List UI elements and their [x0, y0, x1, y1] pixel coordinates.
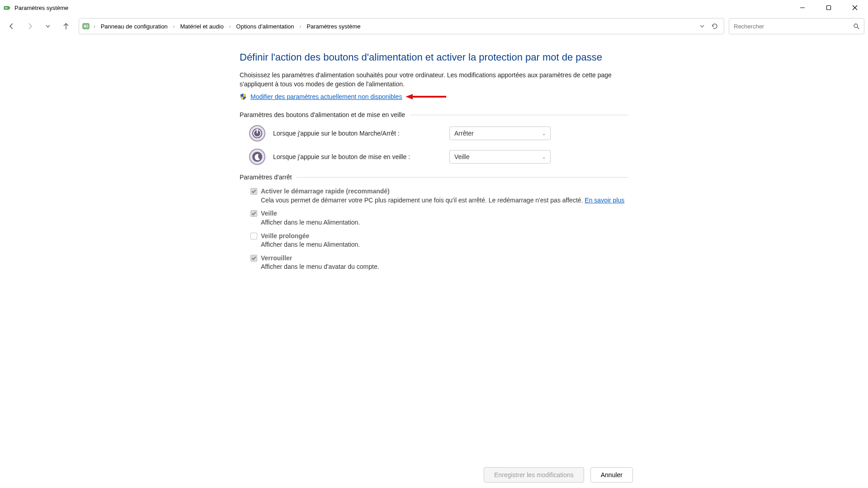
close-button[interactable] — [842, 0, 868, 15]
lock-checkbox — [250, 255, 257, 262]
fast-startup-title: Activer le démarrage rapide (recommandé) — [261, 187, 628, 196]
svg-line-13 — [857, 27, 859, 29]
search-icon[interactable] — [853, 23, 859, 29]
lock-title: Verrouiller — [261, 254, 628, 263]
fast-startup-option: Activer le démarrage rapide (recommandé)… — [250, 187, 628, 205]
breadcrumb-seg-3[interactable]: Paramètres système — [305, 22, 362, 31]
content-area: Définir l'action des boutons d'alimentat… — [0, 37, 868, 488]
svg-point-9 — [84, 25, 86, 27]
change-unavailable-settings-link[interactable]: Modifier des paramètres actuellement non… — [250, 93, 402, 100]
sleep-button-row: Lorsque j'appuie sur le bouton de mise e… — [249, 148, 628, 165]
toolbar: › Panneau de configuration › Matériel et… — [0, 15, 868, 37]
control-panel-icon — [82, 22, 90, 30]
chevron-right-icon[interactable]: › — [171, 23, 177, 29]
up-button[interactable] — [58, 18, 74, 34]
chevron-down-icon: ⌄ — [542, 155, 546, 160]
fast-startup-description: Cela vous permet de démarrer votre PC pl… — [261, 196, 628, 205]
cancel-button[interactable]: Annuler — [590, 467, 633, 483]
svg-marker-15 — [406, 94, 413, 99]
refresh-button[interactable] — [708, 23, 721, 30]
select-value: Veille — [454, 153, 469, 160]
address-bar[interactable]: › Panneau de configuration › Matériel et… — [79, 18, 724, 34]
page-heading: Définir l'action des boutons d'alimentat… — [240, 51, 628, 64]
section-shutdown-settings: Paramètres d'arrêt — [240, 174, 628, 181]
sleep-checkbox — [250, 210, 257, 217]
power-button-label: Lorsque j'appuie sur le bouton Marche/Ar… — [273, 130, 449, 137]
section-label: Paramètres d'arrêt — [240, 174, 297, 181]
uac-shield-icon — [240, 93, 247, 100]
chevron-right-icon[interactable]: › — [92, 23, 97, 29]
section-power-sleep-buttons: Paramètres des boutons d'alimentation et… — [240, 111, 628, 118]
svg-rect-2 — [5, 7, 7, 9]
svg-rect-1 — [9, 7, 10, 9]
power-button-icon — [249, 125, 266, 142]
chevron-right-icon[interactable]: › — [227, 23, 233, 29]
page-description: Choisissez les paramètres d'alimentation… — [240, 70, 628, 89]
forward-button[interactable] — [22, 18, 38, 34]
learn-more-link[interactable]: En savoir plus — [585, 197, 624, 204]
lock-description: Afficher dans le menu d'avatar du compte… — [261, 263, 628, 272]
hibernate-description: Afficher dans le menu Alimentation. — [261, 240, 628, 249]
search-input[interactable] — [734, 23, 853, 30]
chevron-down-icon: ⌄ — [542, 131, 546, 136]
svg-rect-11 — [86, 27, 88, 27]
battery-icon — [4, 4, 11, 11]
power-button-action-select[interactable]: Arrêter ⌄ — [449, 127, 551, 140]
annotation-arrow — [406, 94, 446, 100]
hibernate-title: Veille prolongée — [261, 232, 628, 241]
svg-rect-10 — [86, 25, 88, 26]
recent-dropdown[interactable] — [40, 18, 56, 34]
lock-option: Verrouiller Afficher dans le menu d'avat… — [250, 254, 628, 272]
minimize-button[interactable] — [789, 0, 816, 15]
back-button[interactable] — [4, 18, 20, 34]
chevron-right-icon[interactable]: › — [298, 23, 303, 29]
section-label: Paramètres des boutons d'alimentation et… — [240, 111, 410, 118]
hibernate-option: Veille prolongée Afficher dans le menu A… — [250, 232, 628, 249]
search-box[interactable] — [729, 18, 864, 34]
maximize-button[interactable] — [816, 0, 842, 15]
window-title: Paramètres système — [14, 5, 68, 11]
sleep-title: Veille — [261, 209, 628, 218]
fast-startup-checkbox — [250, 188, 257, 195]
svg-point-12 — [854, 24, 858, 28]
bottom-button-bar: Enregistrer les modifications Annuler — [0, 467, 868, 483]
sleep-description: Afficher dans le menu Alimentation. — [261, 218, 628, 227]
power-button-row: Lorsque j'appuie sur le bouton Marche/Ar… — [249, 125, 628, 142]
title-bar: Paramètres système — [0, 0, 868, 15]
breadcrumb-seg-1[interactable]: Matériel et audio — [179, 22, 226, 31]
sleep-option: Veille Afficher dans le menu Alimentatio… — [250, 209, 628, 227]
breadcrumb-seg-2[interactable]: Options d'alimentation — [234, 22, 296, 31]
address-dropdown[interactable] — [698, 23, 707, 29]
sleep-button-label: Lorsque j'appuie sur le bouton de mise e… — [273, 153, 449, 160]
window-controls — [789, 0, 868, 15]
select-value: Arrêter — [454, 130, 474, 137]
sleep-button-action-select[interactable]: Veille ⌄ — [449, 150, 551, 164]
svg-rect-4 — [827, 6, 831, 10]
sleep-button-icon — [249, 148, 266, 165]
breadcrumb-seg-0[interactable]: Panneau de configuration — [99, 22, 170, 31]
hibernate-checkbox — [250, 233, 257, 239]
save-button: Enregistrer les modifications — [484, 467, 584, 483]
